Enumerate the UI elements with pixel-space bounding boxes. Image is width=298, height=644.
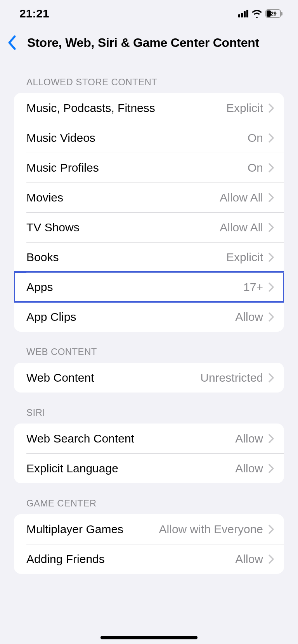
- row-tv-shows[interactable]: TV Shows Allow All: [14, 212, 284, 242]
- row-label: Movies: [26, 191, 63, 204]
- status-right: 29: [238, 9, 282, 18]
- chevron-right-icon: [269, 193, 274, 202]
- row-right: Explicit: [226, 251, 274, 264]
- chevron-right-icon: [269, 525, 274, 534]
- row-right: Allow All: [220, 191, 274, 204]
- row-explicit-language[interactable]: Explicit Language Allow: [14, 453, 284, 483]
- row-value: Allow All: [220, 221, 263, 234]
- list-group: Multiplayer Games Allow with Everyone Ad…: [14, 514, 284, 574]
- row-label: Multiplayer Games: [26, 523, 123, 536]
- row-right: Allow: [235, 553, 274, 566]
- chevron-right-icon: [269, 464, 274, 473]
- chevron-right-icon: [269, 223, 274, 232]
- row-right: Unrestricted: [200, 371, 274, 384]
- home-indicator[interactable]: [100, 636, 198, 639]
- row-right: Explicit: [226, 102, 274, 115]
- chevron-right-icon: [269, 282, 274, 292]
- section-header: SIRI: [0, 407, 298, 424]
- list-group: Music, Podcasts, Fitness Explicit Music …: [14, 93, 284, 332]
- row-value: Unrestricted: [200, 371, 263, 384]
- row-label: App Clips: [26, 310, 76, 324]
- row-label: Apps: [26, 281, 53, 294]
- section-allowed-store-content: ALLOWED STORE CONTENT Music, Podcasts, F…: [0, 77, 298, 332]
- page-title: Store, Web, Siri & Game Center Content: [27, 36, 259, 50]
- row-value: Allow with Everyone: [159, 523, 263, 536]
- row-label: Explicit Language: [26, 462, 118, 475]
- chevron-right-icon: [269, 312, 274, 322]
- row-movies[interactable]: Movies Allow All: [14, 183, 284, 212]
- chevron-right-icon: [269, 253, 274, 262]
- row-music-videos[interactable]: Music Videos On: [14, 123, 284, 153]
- chevron-right-icon: [269, 434, 274, 443]
- cellular-icon: [238, 10, 248, 17]
- battery-percentage: 29: [267, 10, 281, 17]
- row-value: Allow: [235, 310, 263, 324]
- row-right: On: [248, 131, 274, 145]
- section-header: WEB CONTENT: [0, 346, 298, 363]
- row-apps[interactable]: Apps 17+: [14, 272, 284, 302]
- row-right: On: [248, 161, 274, 174]
- status-bar: 21:21 29: [0, 0, 298, 27]
- list-group: Web Search Content Allow Explicit Langua…: [14, 424, 284, 483]
- row-web-content[interactable]: Web Content Unrestricted: [14, 363, 284, 393]
- nav-header: Store, Web, Siri & Game Center Content: [0, 27, 298, 62]
- row-label: Books: [26, 251, 59, 264]
- row-right: Allow All: [220, 221, 274, 234]
- row-right: Allow: [235, 432, 274, 445]
- row-multiplayer-games[interactable]: Multiplayer Games Allow with Everyone: [14, 514, 284, 544]
- chevron-right-icon: [269, 373, 274, 382]
- row-web-search-content[interactable]: Web Search Content Allow: [14, 424, 284, 453]
- status-time: 21:21: [19, 7, 49, 20]
- row-right: Allow with Everyone: [159, 523, 274, 536]
- chevron-right-icon: [269, 133, 274, 143]
- row-value: Allow All: [220, 191, 263, 204]
- row-label: Music, Podcasts, Fitness: [26, 102, 155, 115]
- row-music-profiles[interactable]: Music Profiles On: [14, 153, 284, 183]
- section-web-content: WEB CONTENT Web Content Unrestricted: [0, 346, 298, 393]
- section-header: ALLOWED STORE CONTENT: [0, 77, 298, 93]
- row-value: On: [248, 131, 263, 145]
- row-label: TV Shows: [26, 221, 80, 234]
- row-value: Allow: [235, 432, 263, 445]
- row-value: Allow: [235, 462, 263, 475]
- row-books[interactable]: Books Explicit: [14, 242, 284, 272]
- row-music-podcasts-fitness[interactable]: Music, Podcasts, Fitness Explicit: [14, 93, 284, 123]
- section-header: GAME CENTER: [0, 498, 298, 514]
- row-value: Explicit: [226, 102, 263, 115]
- row-right: Allow: [235, 462, 274, 475]
- section-game-center: GAME CENTER Multiplayer Games Allow with…: [0, 498, 298, 574]
- row-app-clips[interactable]: App Clips Allow: [14, 302, 284, 332]
- chevron-right-icon: [269, 554, 274, 564]
- wifi-icon: [251, 9, 262, 18]
- row-right: 17+: [243, 281, 274, 294]
- row-label: Music Videos: [26, 131, 95, 145]
- row-value: Explicit: [226, 251, 263, 264]
- row-label: Web Search Content: [26, 432, 134, 445]
- row-value: Allow: [235, 553, 263, 566]
- chevron-right-icon: [269, 163, 274, 172]
- row-adding-friends[interactable]: Adding Friends Allow: [14, 544, 284, 574]
- battery-icon: 29: [265, 9, 282, 18]
- back-button[interactable]: [7, 35, 18, 50]
- section-siri: SIRI Web Search Content Allow Explicit L…: [0, 407, 298, 483]
- chevron-right-icon: [269, 103, 274, 113]
- row-label: Adding Friends: [26, 553, 105, 566]
- row-value: 17+: [243, 281, 263, 294]
- row-label: Music Profiles: [26, 161, 99, 174]
- row-value: On: [248, 161, 263, 174]
- list-group: Web Content Unrestricted: [14, 363, 284, 393]
- row-label: Web Content: [26, 371, 94, 384]
- row-right: Allow: [235, 310, 274, 324]
